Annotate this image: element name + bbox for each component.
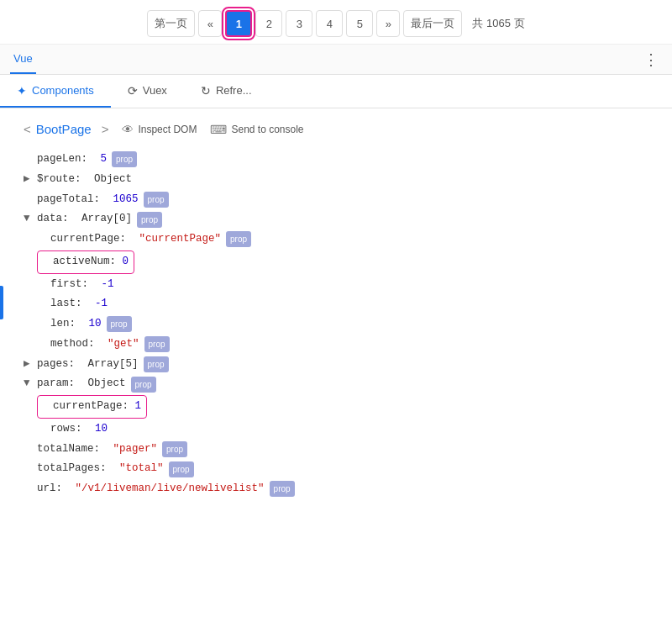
component-open-angle: < — [24, 122, 31, 136]
console-icon: ⌨ — [210, 123, 227, 136]
prop-value-3: Array[0] — [81, 209, 132, 229]
prop-value-4: "currentPage" — [139, 229, 222, 250]
expand-arrow-1[interactable]: ▶ — [24, 170, 34, 190]
devtools-header: Vue ⋮ — [0, 45, 672, 75]
prop-value-8: 10 — [89, 314, 102, 335]
prop-line-5: activeNum: 0 — [24, 250, 672, 275]
prop-badge-8: prop — [107, 316, 132, 332]
prop-badge-0: prop — [112, 151, 137, 167]
prop-line-16: url: "/v1/liveman/live/newlivelist"prop — [24, 479, 672, 499]
prop-key-5: activeNum: — [53, 252, 116, 272]
component-close-angle: > — [102, 122, 109, 136]
prop-key-7: last: — [50, 294, 82, 314]
components-icon: ✦ — [17, 84, 27, 98]
refresh-icon: ↻ — [201, 84, 211, 98]
prop-line-15: totalPages: "total"prop — [24, 459, 672, 479]
prop-value-15: "total" — [119, 459, 164, 479]
prop-line-2: pageTotal: 1065prop — [24, 190, 672, 210]
tab-refresh[interactable]: ↻ Refre... — [184, 75, 269, 108]
prop-value-2: 1065 — [113, 190, 139, 210]
inspect-dom-btn[interactable]: 👁 Inspect DOM — [122, 123, 197, 136]
prop-badge-15: prop — [169, 461, 194, 477]
prop-value-6: -1 — [102, 275, 114, 295]
prop-value-14: "pager" — [113, 440, 158, 460]
page-2-btn[interactable]: 2 — [255, 10, 282, 37]
prop-key-10: pages: — [37, 355, 75, 375]
prop-badge-16: prop — [270, 481, 295, 497]
prop-line-4: currentPage: "currentPage"prop — [24, 229, 672, 250]
prop-key-15: totalPages: — [37, 459, 107, 479]
prev-page-btn[interactable]: « — [198, 10, 222, 37]
prop-line-14: totalName: "pager"prop — [24, 440, 672, 460]
prop-key-16: url: — [37, 479, 62, 499]
vuex-icon: ⟳ — [128, 84, 138, 98]
prop-line-8: len: 10prop — [24, 314, 672, 335]
eye-icon: 👁 — [122, 123, 134, 136]
prop-key-12: currentPage: — [53, 397, 129, 417]
prop-line-3: ▼data: Array[0]prop — [24, 209, 672, 229]
prop-value-7: -1 — [95, 294, 108, 314]
tab-components-label: Components — [32, 84, 94, 97]
next-page-btn[interactable]: » — [376, 10, 400, 37]
send-console-label: Send to console — [231, 124, 303, 135]
prop-badge-14: prop — [162, 441, 187, 457]
prop-badge-10: prop — [144, 356, 169, 372]
prop-line-6: first: -1 — [24, 275, 672, 295]
prop-key-13: rows: — [50, 419, 82, 440]
prop-key-9: method: — [50, 335, 95, 355]
component-header: < BootPage > 👁 Inspect DOM ⌨ Send to con… — [17, 122, 672, 136]
inspect-dom-label: Inspect DOM — [138, 124, 197, 135]
component-name: BootPage — [36, 122, 92, 136]
prop-value-0: 5 — [101, 150, 108, 170]
prop-key-6: first: — [50, 275, 88, 295]
highlight-box-5: activeNum: 0 — [37, 250, 134, 274]
prop-badge-4: prop — [226, 231, 251, 247]
prop-value-16: "/v1/liveman/live/newlivelist" — [76, 479, 265, 499]
prop-line-10: ▶pages: Array[5]prop — [24, 355, 672, 375]
prop-key-14: totalName: — [37, 440, 100, 460]
last-page-btn[interactable]: 最后一页 — [403, 10, 462, 37]
expand-arrow-10[interactable]: ▶ — [24, 355, 34, 375]
page-total: 共 1065 页 — [472, 16, 524, 31]
tab-refresh-label: Refre... — [216, 84, 252, 97]
prop-key-2: pageTotal: — [37, 190, 100, 210]
send-console-btn[interactable]: ⌨ Send to console — [210, 123, 303, 136]
tab-vuex-label: Vuex — [143, 84, 167, 97]
prop-key-3: data: — [37, 209, 69, 229]
prop-line-13: rows: 10 — [24, 419, 672, 440]
tab-vuex[interactable]: ⟳ Vuex — [111, 75, 184, 108]
prop-key-4: currentPage: — [50, 229, 126, 250]
tab-components[interactable]: ✦ Components — [0, 75, 111, 108]
inspector-area: < BootPage > 👁 Inspect DOM ⌨ Send to con… — [0, 108, 672, 499]
left-accent-bar — [0, 286, 3, 319]
page-4-btn[interactable]: 4 — [316, 10, 343, 37]
prop-value-1: Object — [94, 170, 132, 190]
prop-key-8: len: — [50, 314, 76, 335]
first-page-btn[interactable]: 第一页 — [147, 10, 195, 37]
page-5-btn[interactable]: 5 — [346, 10, 373, 37]
tab-bar: ✦ Components ⟳ Vuex ↻ Refre... — [0, 75, 672, 108]
prop-badge-11: prop — [131, 377, 156, 393]
prop-line-0: pageLen: 5prop — [24, 150, 672, 170]
prop-value-9: "get" — [108, 335, 139, 355]
prop-line-7: last: -1 — [24, 294, 672, 314]
page-3-btn[interactable]: 3 — [286, 10, 312, 37]
prop-value-12: 1 — [135, 397, 142, 417]
prop-value-13: 10 — [95, 419, 108, 440]
prop-value-5: 0 — [123, 252, 129, 272]
devtools-menu-icon[interactable]: ⋮ — [640, 50, 662, 69]
pagination-bar: 第一页 « 1 2 3 4 5 » 最后一页 共 1065 页 — [0, 0, 672, 45]
prop-value-11: Object — [88, 374, 126, 394]
props-list: pageLen: 5prop▶$route: ObjectpageTotal: … — [17, 150, 672, 499]
expand-arrow-11[interactable]: ▼ — [24, 374, 34, 394]
prop-value-10: Array[5] — [88, 355, 139, 375]
prop-key-11: param: — [37, 374, 75, 394]
prop-badge-9: prop — [144, 336, 170, 352]
prop-line-11: ▼param: Objectprop — [24, 374, 672, 394]
highlight-box-12: currentPage: 1 — [37, 395, 147, 419]
prop-line-12: currentPage: 1 — [24, 394, 672, 419]
prop-line-1: ▶$route: Object — [24, 170, 672, 190]
page-1-btn[interactable]: 1 — [225, 10, 252, 37]
expand-arrow-3[interactable]: ▼ — [24, 209, 34, 229]
prop-badge-3: prop — [137, 212, 162, 228]
